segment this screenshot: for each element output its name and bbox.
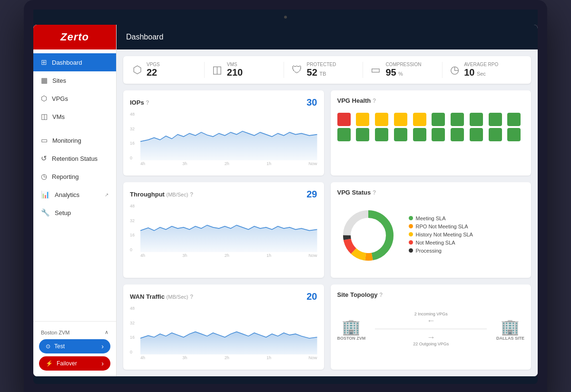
vpg-health-square xyxy=(413,128,426,141)
sidebar-item-label: Analytics xyxy=(55,191,79,198)
help-icon: ? xyxy=(373,189,376,196)
help-icon: ? xyxy=(190,191,193,198)
vpg-health-card: VPG Health ? xyxy=(331,90,532,176)
sidebar-item-reporting[interactable]: ◷ Reporting xyxy=(33,167,116,186)
sidebar: Zerto ⊞ Dashboard ▦ Sites ⬡ VPGs xyxy=(33,25,117,376)
vpg-status-content: Meeting SLA RPO Not Meeting SLA History … xyxy=(337,200,525,271)
reporting-icon: ◷ xyxy=(41,172,47,181)
sidebar-item-label: Reporting xyxy=(52,173,79,180)
sidebar-item-label: VPGs xyxy=(52,95,68,102)
throughput-value: 29 xyxy=(306,189,317,200)
help-icon: ? xyxy=(379,292,383,298)
app-shell: Zerto ⊞ Dashboard ▦ Sites ⬡ VPGs xyxy=(33,25,538,376)
stat-vms: ◫ VMs 210 xyxy=(205,62,284,78)
external-link-icon: ↗ xyxy=(105,192,108,197)
sidebar-item-monitoring[interactable]: ▭ Monitoring xyxy=(33,131,116,149)
arrow-icon: › xyxy=(101,360,104,367)
chevron-up-icon: ∧ xyxy=(105,329,108,335)
sidebar-nav: ⊞ Dashboard ▦ Sites ⬡ VPGs ◫ VMs xyxy=(33,49,116,321)
vpg-status-title: VPG Status ? xyxy=(337,189,376,196)
failover-icon: ⚡ xyxy=(46,360,53,367)
sidebar-item-analytics[interactable]: 📊 Analytics ↗ xyxy=(33,186,116,204)
vpg-health-square xyxy=(356,113,369,126)
sidebar-item-sites[interactable]: ▦ Sites xyxy=(33,71,116,89)
sidebar-item-label: Setup xyxy=(55,209,71,216)
vms-stat-icon: ◫ xyxy=(212,64,222,76)
app-logo: Zerto xyxy=(33,25,116,49)
protected-stat-icon: 🛡 xyxy=(292,64,302,76)
vpgs-stat-icon: ⬡ xyxy=(133,64,142,76)
vpg-health-square xyxy=(470,128,483,141)
vpg-health-square xyxy=(375,128,388,141)
boston-node: 🏢 BOSTON ZVM xyxy=(337,318,366,341)
page-title: Dashboard xyxy=(126,33,163,41)
right-arrow-icon: → xyxy=(413,333,449,342)
stat-avg-rpo: ◷ Average RPO 10 Sec xyxy=(443,62,522,78)
vpg-health-square xyxy=(394,128,407,141)
vms-icon: ◫ xyxy=(41,112,48,121)
sidebar-item-dashboard[interactable]: ⊞ Dashboard xyxy=(33,53,116,71)
vpg-health-square xyxy=(413,113,426,126)
iops-value: 30 xyxy=(306,97,317,108)
dashboard-icon: ⊞ xyxy=(41,58,47,67)
help-icon: ? xyxy=(146,99,149,106)
setup-icon: 🔧 xyxy=(41,208,50,217)
wan-title: WAN Traffic (MB/Sec) ? xyxy=(130,293,193,300)
donut-chart xyxy=(337,205,399,266)
throughput-chart: 48 32 16 0 xyxy=(130,204,317,261)
vpg-health-square xyxy=(356,128,369,141)
sidebar-item-label: Monitoring xyxy=(52,137,81,144)
throughput-card: Throughput (MB/Sec) ? 29 48 32 xyxy=(123,182,324,278)
sidebar-item-vms[interactable]: ◫ VMs xyxy=(33,108,116,126)
iops-chart: 48 32 16 0 xyxy=(130,112,317,169)
vpg-health-title: VPG Health ? xyxy=(337,97,376,104)
stat-compression: ▭ Compression 95 % xyxy=(363,62,443,78)
iops-card: IOPs ? 30 48 32 16 0 xyxy=(123,90,324,176)
iops-title: IOPs ? xyxy=(130,99,149,106)
dashboard-body: ⬡ VPGs 22 ◫ VMs 210 xyxy=(117,49,538,376)
test-button[interactable]: ⊙ Test › xyxy=(39,339,110,353)
sidebar-item-label: Retention Status xyxy=(52,155,98,162)
zvm-label: Boston ZVM ∧ xyxy=(39,327,110,339)
vpg-health-square xyxy=(375,113,388,126)
help-icon: ? xyxy=(190,294,193,300)
sites-icon: ▦ xyxy=(41,76,48,85)
stat-protected: 🛡 Protected 52 TB xyxy=(284,62,364,78)
screen-top-bar xyxy=(33,10,538,25)
camera-dot xyxy=(284,16,287,19)
sidebar-item-label: Sites xyxy=(52,77,66,84)
vpg-health-grid xyxy=(337,108,525,146)
topology-title: Site Topology ? xyxy=(337,291,383,298)
left-arrow-icon: ← xyxy=(414,316,448,325)
dallas-node: 🏢 DALLAS SITE xyxy=(496,318,524,341)
sidebar-item-retention[interactable]: ↺ Retention Status xyxy=(33,149,116,167)
rpo-stat-icon: ◷ xyxy=(450,64,459,76)
topology-content: 🏢 BOSTON ZVM 2 Incoming VPGs ← xyxy=(337,302,525,356)
sidebar-item-setup[interactable]: 🔧 Setup xyxy=(33,204,116,222)
stats-bar: ⬡ VPGs 22 ◫ VMs 210 xyxy=(123,56,531,84)
sidebar-item-label: Dashboard xyxy=(52,59,82,66)
vpg-health-square xyxy=(470,113,483,126)
laptop-screen: Zerto ⊞ Dashboard ▦ Sites ⬡ VPGs xyxy=(33,25,538,376)
stat-vpgs: ⬡ VPGs 22 xyxy=(133,62,205,78)
sidebar-item-vpgs[interactable]: ⬡ VPGs xyxy=(33,89,116,108)
wan-value: 20 xyxy=(306,291,317,302)
laptop-frame: Zerto ⊞ Dashboard ▦ Sites ⬡ VPGs xyxy=(24,0,547,392)
vpg-health-square xyxy=(451,113,464,126)
compression-stat-icon: ▭ xyxy=(371,64,381,76)
wan-traffic-card: WAN Traffic (MB/Sec) ? 20 48 32 xyxy=(123,284,324,370)
vpg-health-square xyxy=(489,128,502,141)
main-header: Dashboard xyxy=(117,25,538,49)
vpg-health-square xyxy=(432,113,445,126)
sidebar-item-label: VMs xyxy=(52,113,65,120)
analytics-icon: 📊 xyxy=(41,190,50,199)
throughput-title: Throughput (MB/Sec) ? xyxy=(130,191,193,198)
site-topology-card: Site Topology ? 🏢 BOSTON ZVM xyxy=(331,284,532,370)
vpg-health-square xyxy=(337,113,351,126)
vpg-status-card: VPG Status ? xyxy=(331,182,532,278)
main-content: Dashboard ⬡ VPGs 22 ◫ xyxy=(117,25,538,376)
help-icon: ? xyxy=(373,98,376,104)
vpg-health-square xyxy=(507,128,521,141)
vpg-health-square xyxy=(337,128,351,141)
failover-button[interactable]: ⚡ Failover › xyxy=(39,356,110,371)
